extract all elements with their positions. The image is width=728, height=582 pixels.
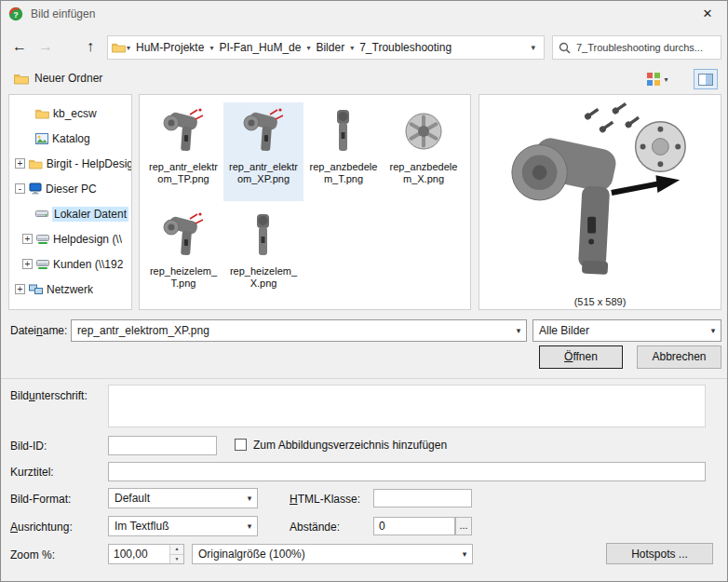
svg-text:?: ? (13, 10, 19, 20)
chevron-down-icon: ▾ (511, 326, 526, 335)
alignment-value: Im Textfluß (109, 520, 242, 533)
up-icon: ↑ (87, 38, 94, 54)
new-folder-button[interactable]: Neuer Ordner (8, 67, 108, 89)
html-class-input[interactable] (373, 489, 472, 508)
stepper-down-button[interactable]: ▼ (170, 554, 183, 564)
file-item[interactable]: rep_anzbedelem_X.png (384, 102, 464, 201)
tree-item-lokaler-datentraeger[interactable]: Lokaler Datent (9, 201, 131, 226)
file-list: rep_antr_elektrom_TP.png rep_antr_elektr… (139, 94, 471, 310)
tree-item-netzwerk[interactable]: + Netzwerk (9, 277, 131, 302)
close-button[interactable]: ✕ (688, 1, 727, 27)
short-title-label: Kurztitel: (10, 466, 54, 479)
close-icon: ✕ (703, 7, 713, 20)
image-dimensions: (515 x 589) (479, 296, 721, 307)
forward-button[interactable]: → (34, 35, 57, 58)
search-input[interactable]: 7_Troubleshooting durchs... (552, 35, 721, 60)
zoom-stepper[interactable]: 100,00 ▲ ▼ (108, 544, 184, 564)
alignment-select[interactable]: Im Textfluß ▾ (108, 516, 258, 536)
file-item-selected[interactable]: rep_antr_elektrom_XP.png (223, 102, 303, 201)
tree-item-katalog[interactable]: Katalog (9, 126, 131, 151)
computer-icon (29, 183, 42, 195)
caption-textarea[interactable] (108, 385, 706, 427)
folder-icon (14, 73, 29, 85)
thumbnail-image (403, 105, 444, 157)
expand-icon[interactable]: + (15, 284, 25, 294)
tree-item-dieser-pc[interactable]: - Dieser PC (9, 176, 131, 201)
file-item[interactable]: rep_antr_elektrom_TP.png (143, 102, 223, 201)
preview-pane: (515 x 589) (479, 94, 721, 310)
file-item[interactable]: rep_anzbedelem_T.png (303, 102, 384, 201)
thumbnail-image (162, 210, 205, 262)
toc-checkbox-label: Zum Abbildungsverzeichnis hinzufügen (253, 439, 447, 452)
back-button[interactable]: ← (8, 35, 31, 58)
app-icon: ? (8, 7, 23, 21)
filetype-filter-combobox[interactable]: Alle Bilder ▾ (533, 319, 721, 342)
image-id-label: Bild-ID: (10, 440, 47, 453)
titlebar: ? Bild einfügen ✕ (1, 1, 727, 27)
spacing-label: Abstände: (290, 521, 340, 534)
filetype-filter-value: Alle Bilder (533, 324, 706, 337)
short-title-input[interactable] (108, 462, 706, 481)
insert-image-dialog: ? Bild einfügen ✕ ← → ↑ ▾ HuM-Projekte ▾… (0, 0, 728, 582)
folder-icon (112, 42, 126, 53)
folder-icon (35, 108, 49, 119)
file-item[interactable]: rep_heizelem_T.png (143, 207, 223, 305)
preview-image (507, 99, 694, 294)
view-mode-icon (646, 72, 661, 87)
section-divider (1, 378, 727, 379)
preview-pane-icon (698, 74, 713, 86)
zoom-mode-select[interactable]: Originalgröße (100%) ▾ (192, 544, 473, 564)
address-dropdown-icon[interactable]: ▾ (526, 43, 540, 52)
spacing-more-button[interactable]: ... (455, 517, 472, 535)
zoom-label: Zoom %: (10, 548, 55, 562)
tree-item-kb-ecsw[interactable]: kb_ecsw (9, 101, 131, 126)
chevron-down-icon: ▾ (242, 494, 257, 503)
back-icon: ← (12, 38, 27, 54)
expand-icon[interactable]: + (22, 259, 33, 269)
html-class-label: HTML-Klasse: (290, 493, 360, 506)
filename-value: rep_antr_elektrom_XP.png (72, 324, 511, 337)
breadcrumb-segment[interactable]: PI-Fan_HuM_de (214, 41, 305, 54)
zoom-mode-value: Originalgröße (100%) (193, 548, 457, 561)
preview-pane-toggle[interactable] (694, 69, 718, 89)
alignment-label: Ausrichtung: (10, 521, 73, 534)
chevron-down-icon: ▾ (706, 326, 721, 335)
file-item[interactable]: rep_heizelem_X.png (223, 207, 303, 305)
tree-item-birgit[interactable]: + Birgit - HelpDesig (9, 151, 131, 176)
view-mode-button[interactable]: ▾ (641, 69, 673, 89)
zoom-value: 100,00 (109, 545, 169, 563)
breadcrumb-segment[interactable]: 7_Troubleshooting (355, 41, 456, 54)
folder-tree: kb_ecsw Katalog + Birgit - HelpDesig - D… (8, 94, 132, 310)
chevron-down-icon: ▾ (457, 549, 472, 559)
collapse-icon[interactable]: - (15, 183, 25, 194)
open-button[interactable]: Öffnen (539, 345, 623, 369)
harddisk-icon (35, 209, 48, 219)
folder-icon (29, 158, 43, 169)
network-icon (29, 284, 43, 295)
up-button[interactable]: ↑ (79, 35, 101, 58)
stepper-up-button[interactable]: ▲ (170, 545, 183, 554)
thumbnail-image (333, 105, 354, 157)
address-bar[interactable]: ▾ HuM-Projekte ▾ PI-Fan_HuM_de ▾ Bilder … (107, 35, 545, 60)
spacing-input[interactable] (373, 517, 455, 535)
toc-checkbox[interactable] (235, 439, 247, 451)
breadcrumb-segment[interactable]: HuM-Projekte (131, 41, 209, 54)
image-format-select[interactable]: Default ▾ (108, 488, 258, 508)
image-format-value: Default (109, 492, 242, 505)
thumbnail-image (242, 105, 285, 157)
forward-icon: → (38, 38, 53, 54)
tree-item-helpdesign[interactable]: + Helpdesign (\\ (9, 226, 131, 251)
network-drive-icon (36, 234, 49, 245)
filename-combobox[interactable]: rep_antr_elektrom_XP.png ▾ (71, 319, 527, 342)
cancel-button[interactable]: Abbrechen (637, 345, 721, 369)
thumbnail-image (162, 105, 205, 157)
search-placeholder: 7_Troubleshooting durchs... (576, 42, 703, 53)
stepper-buttons: ▲ ▼ (169, 545, 183, 563)
tree-item-kunden[interactable]: + Kunden (\\192 (9, 251, 131, 277)
caption-label: Bildunterschrift: (10, 389, 88, 402)
image-id-input[interactable] (108, 436, 217, 455)
expand-icon[interactable]: + (22, 234, 33, 244)
expand-icon[interactable]: + (15, 158, 25, 169)
breadcrumb-segment[interactable]: Bilder (311, 41, 349, 54)
hotspots-button[interactable]: Hotspots ... (606, 543, 713, 564)
